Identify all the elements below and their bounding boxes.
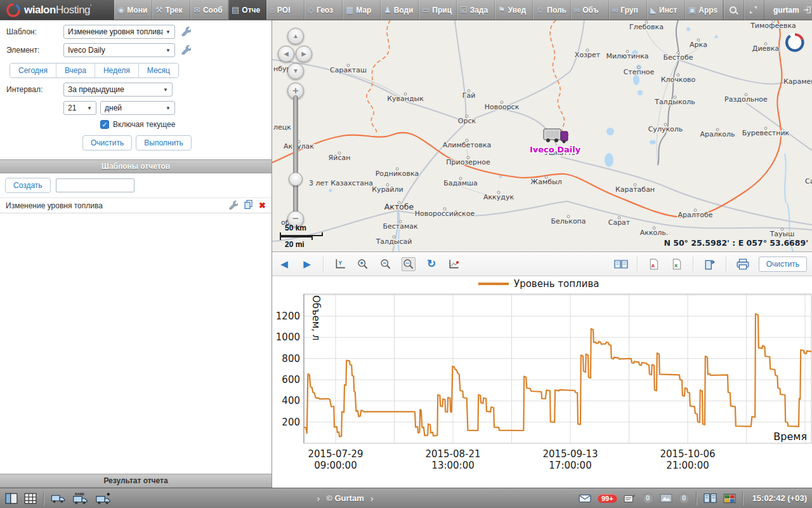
nav-tab-приц[interactable]: ▭Приц (419, 0, 457, 20)
interval-month-button[interactable]: Месяц (139, 64, 178, 77)
nav-tab-увед[interactable]: ⚑Увед (495, 0, 533, 20)
zoom-slider-handle[interactable] (289, 172, 303, 186)
unit-settings-button[interactable] (180, 44, 191, 57)
template-search-input[interactable] (56, 178, 134, 192)
nav-tab-води[interactable]: ♟Води (381, 0, 419, 20)
export-pdf-button[interactable]: A (647, 257, 661, 271)
show-unit-names-button[interactable]: NAME (72, 492, 89, 505)
nav-tab-label: Груп (620, 6, 638, 15)
nav-tab-apps[interactable]: ▣Apps (685, 0, 723, 20)
chevron-down-icon: ▼ (163, 87, 168, 93)
interval-yesterday-button[interactable]: Вчера (56, 64, 95, 77)
interval-count-select[interactable]: 21▼ (63, 101, 96, 115)
nav-tab-мар[interactable]: ▦Мар (343, 0, 381, 20)
map-place-label: Глебовка (629, 23, 664, 31)
fuel-level-line (304, 314, 811, 436)
clear-report-button[interactable]: Очистить (82, 135, 132, 150)
chevron-down-icon: ▼ (87, 105, 92, 111)
create-template-button[interactable]: Создать (5, 178, 51, 193)
nav-tab-отче[interactable]: ▤Отче (228, 0, 266, 20)
chart-tracking-button[interactable] (447, 257, 461, 271)
media-indicator[interactable] (660, 493, 672, 503)
print-button[interactable] (736, 257, 750, 271)
map-place-label: Сарат (608, 218, 631, 227)
map[interactable]: ГлебовкаТимофеевкаАркаДиевкаХозретМилюти… (272, 20, 812, 252)
search-button[interactable] (723, 0, 742, 20)
nav-tab-трек[interactable]: ⚒Трек (152, 0, 190, 20)
clear-chart-button[interactable]: Очистить (759, 257, 807, 272)
nav-tab-геоз[interactable]: ◇Геоз (304, 0, 343, 20)
export-excel-button[interactable]: X (670, 257, 684, 271)
report-chart-toolbar: ◀ ▶ Y (272, 252, 812, 276)
template-list-item[interactable]: Изменение уровня топлива ✖ (0, 197, 272, 213)
show-units-button[interactable] (51, 493, 66, 504)
pan-right-button[interactable]: ▶ (296, 46, 312, 62)
chart-refresh-button[interactable]: ↻ (424, 257, 438, 271)
chart-zoom-out-button[interactable] (379, 257, 393, 271)
chart-zoom-in-button[interactable] (356, 257, 370, 271)
log-button[interactable] (704, 493, 717, 504)
nav-tab-poi[interactable]: ⌂POI (266, 0, 304, 20)
template-settings-button[interactable] (180, 25, 191, 39)
nav-tab-label: POI (277, 6, 291, 15)
fuel-level-chart[interactable]: 200400600800100012002015-07-2909:00:0020… (272, 276, 812, 488)
edit-template-button[interactable] (228, 199, 238, 211)
toggle-bottom-panel-button[interactable] (24, 493, 37, 504)
nav-tab-зада[interactable]: ☑Зада (457, 0, 495, 20)
y-axis-settings-button[interactable]: Y (333, 257, 347, 271)
map-place-label: Милютинка (606, 52, 648, 60)
unit-marker[interactable] (544, 129, 568, 144)
messages-icon: ✉ (193, 6, 200, 14)
chart-prev-button[interactable]: ◀ (277, 257, 291, 271)
legend-label: Уровень топлива (514, 278, 599, 290)
report-template-select[interactable]: Изменение уровня топлива▼ (63, 25, 175, 39)
messages-indicator[interactable] (579, 494, 591, 503)
pan-down-button[interactable]: ▼ (287, 63, 304, 79)
zoom-slider-track[interactable] (293, 95, 298, 216)
chart-next-button[interactable]: ▶ (300, 257, 314, 271)
collapse-right-icon[interactable]: › (370, 493, 374, 504)
apps-layers-button[interactable] (723, 493, 736, 504)
svg-text:X: X (674, 262, 678, 268)
map-place-label: Каратабан (615, 185, 655, 194)
delete-template-button[interactable]: ✖ (259, 201, 266, 210)
open-report-button[interactable] (614, 257, 628, 271)
excel-icon: X (672, 258, 682, 270)
statusbar-center: › © Gurtam › (317, 493, 373, 504)
map-place-label: Талдысай (376, 237, 412, 246)
map-border-dark (658, 20, 679, 165)
execute-report-button[interactable]: Выполнить (136, 135, 192, 150)
nav-tab-мони[interactable]: ◉Мони (114, 0, 152, 20)
copy-template-button[interactable] (244, 199, 253, 211)
map-place-label: Раздольное (724, 95, 768, 104)
unit-select[interactable]: Iveco Daily▼ (63, 43, 175, 57)
wrench-icon (180, 25, 191, 36)
chart-area-zoom-button[interactable] (402, 257, 416, 271)
map-water (329, 27, 718, 192)
export-file-button[interactable] (703, 257, 717, 271)
interval-unit-select[interactable]: дней▼ (100, 101, 175, 115)
interval-today-button[interactable]: Сегодня (10, 64, 56, 77)
nav-tab-объ[interactable]: ∞Объ (571, 0, 609, 20)
nav-tab-груп[interactable]: ∞Груп (609, 0, 647, 20)
y-axis-title: Объем, л (310, 295, 322, 340)
driver-messages-indicator[interactable] (624, 493, 636, 504)
y-axis-icon: Y (334, 258, 346, 270)
include-current-checkbox[interactable]: ✓ (100, 120, 109, 129)
follow-units-button[interactable] (95, 492, 112, 505)
interval-mode-select[interactable]: За предыдущие▼ (63, 83, 173, 97)
toggle-panel-button[interactable] (5, 493, 18, 504)
map-place-label: Тимофеевка (750, 22, 796, 30)
collapse-left-icon[interactable]: › (317, 493, 320, 504)
pan-left-button[interactable]: ◀ (278, 46, 294, 62)
map-place-label: Курайли (372, 185, 403, 194)
nav-tab-сооб[interactable]: ✉Сооб (190, 0, 228, 20)
unit-label: Элемент: (6, 46, 63, 55)
nav-tab-инст[interactable]: ◣Инст (647, 0, 685, 20)
pan-up-button[interactable]: ▲ (287, 28, 304, 44)
nav-tab-поль[interactable]: ☺Поль (533, 0, 571, 20)
interval-week-button[interactable]: Неделя (95, 64, 139, 77)
copyright[interactable]: © Gurtam (326, 493, 363, 503)
user-menu[interactable]: gurtam (764, 0, 812, 20)
fullscreen-button[interactable] (743, 0, 763, 20)
